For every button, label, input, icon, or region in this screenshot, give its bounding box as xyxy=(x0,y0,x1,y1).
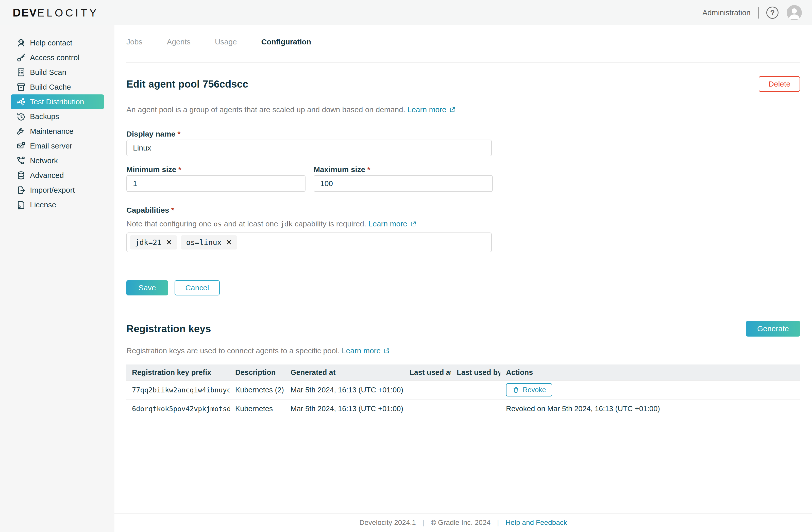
network-nodes-icon xyxy=(16,155,26,166)
footer-copyright: © Gradle Inc. 2024 xyxy=(431,519,491,527)
sidebar-item-label: Build Scan xyxy=(30,68,66,77)
sidebar-item-backups[interactable]: Backups xyxy=(0,109,114,124)
pool-learn-more-link[interactable]: Learn more xyxy=(407,105,456,114)
column-header-last-used-by: Last used by xyxy=(451,368,501,377)
revoked-status-text: Revoked on Mar 5th 2024, 16:13 (UTC +01:… xyxy=(501,405,800,413)
logo-text-bold: DEV xyxy=(13,6,37,19)
delete-button[interactable]: Delete xyxy=(759,76,800,92)
sidebar-item-build-scan[interactable]: Build Scan xyxy=(0,65,114,80)
description-cell: Kubernetes (2) xyxy=(230,386,285,394)
sidebar-item-label: Test Distribution xyxy=(30,98,84,106)
headset-person-icon xyxy=(16,38,26,48)
sidebar-item-label: Access control xyxy=(30,53,79,62)
sidebar-item-license[interactable]: License xyxy=(0,198,114,212)
capabilities-tag-input[interactable]: jdk=21 ✕ os=linux ✕ xyxy=(126,232,492,252)
display-name-input[interactable] xyxy=(126,140,492,156)
table-row: 6dorqtkok5pov42vpkjmotsdcv Kubernetes Ma… xyxy=(126,399,800,418)
remove-tag-icon[interactable]: ✕ xyxy=(166,238,172,246)
actions-cell: Revoke xyxy=(501,383,800,397)
sidebar-item-label: License xyxy=(30,201,56,209)
minimum-size-input[interactable] xyxy=(126,175,305,192)
tab-jobs[interactable]: Jobs xyxy=(126,37,142,47)
develocity-admin-page: DEVELOCITY Administration ? Help contact xyxy=(0,0,812,532)
registration-keys-table: Registration key prefix Description Gene… xyxy=(126,364,800,418)
capabilities-note: Note that configuring one os and at leas… xyxy=(126,219,800,230)
save-button[interactable]: Save xyxy=(126,280,168,296)
sidebar-item-test-distribution[interactable]: Test Distribution xyxy=(11,95,104,109)
page-footer: Develocity 2024.1 | © Gradle Inc. 2024 |… xyxy=(114,514,812,532)
footer-version: Develocity 2024.1 xyxy=(359,519,416,527)
os-code: os xyxy=(214,220,222,228)
remove-tag-icon[interactable]: ✕ xyxy=(226,238,232,246)
required-asterisk: * xyxy=(367,165,370,174)
network-share-icon xyxy=(16,97,26,107)
topbar-right-group: Administration ? xyxy=(702,5,802,20)
sidebar-item-maintenance[interactable]: Maintenance xyxy=(0,124,114,139)
logo-text-light: ELOCITY xyxy=(37,7,99,19)
display-name-label: Display name* xyxy=(126,129,800,139)
required-asterisk: * xyxy=(177,130,180,138)
tab-agents[interactable]: Agents xyxy=(167,37,190,47)
tab-configuration[interactable]: Configuration xyxy=(261,37,311,47)
registration-learn-more-link[interactable]: Learn more xyxy=(342,346,390,355)
registration-keys-description: Registration keys are used to connect ag… xyxy=(126,346,800,357)
size-fields-row: Minimum size* Maximum size* xyxy=(126,156,800,192)
sidebar-item-import-export[interactable]: Import/export xyxy=(0,183,114,198)
sidebar-item-advanced[interactable]: Advanced xyxy=(0,168,114,183)
column-header-last-used-at: Last used at xyxy=(404,368,451,377)
administration-link[interactable]: Administration xyxy=(702,9,751,17)
pool-description: An agent pool is a group of agents that … xyxy=(126,104,800,116)
page-title: Edit agent pool 756cdscc xyxy=(126,76,248,92)
topbar-divider xyxy=(758,7,759,18)
maximum-size-input[interactable] xyxy=(314,175,493,192)
sidebar-item-help-contact[interactable]: Help contact xyxy=(0,35,114,50)
column-header-generated-at: Generated at xyxy=(285,368,404,377)
column-header-description: Description xyxy=(230,368,285,377)
form-actions: Save Cancel xyxy=(126,280,800,296)
admin-sidebar: Help contact Access control Build Scan B… xyxy=(0,25,114,532)
external-link-icon xyxy=(449,105,456,116)
column-header-actions: Actions xyxy=(501,368,800,377)
maximum-size-label: Maximum size* xyxy=(314,165,493,174)
sidebar-item-build-cache[interactable]: Build Cache xyxy=(0,80,114,95)
top-bar: DEVELOCITY Administration ? xyxy=(0,0,812,25)
minimum-size-label: Minimum size* xyxy=(126,165,305,174)
database-icon xyxy=(16,170,26,181)
sidebar-item-email-server[interactable]: Email server xyxy=(0,139,114,153)
sidebar-item-label: Build Cache xyxy=(30,83,71,91)
capabilities-label: Capabilities* xyxy=(126,205,800,215)
revoke-button[interactable]: Revoke xyxy=(506,383,552,397)
jdk-code: jdk xyxy=(280,220,293,228)
generated-at-cell: Mar 5th 2024, 16:13 (UTC +01:00) xyxy=(285,405,404,413)
sidebar-item-access-control[interactable]: Access control xyxy=(0,50,114,65)
main-content: Jobs Agents Usage Configuration Edit age… xyxy=(114,25,812,532)
external-link-icon xyxy=(383,347,390,357)
required-asterisk: * xyxy=(178,165,182,174)
sidebar-item-label: Network xyxy=(30,156,58,165)
user-avatar[interactable] xyxy=(787,5,802,20)
sidebar-item-network[interactable]: Network xyxy=(0,153,114,168)
table-header-row: Registration key prefix Description Gene… xyxy=(126,364,800,380)
column-header-key-prefix: Registration key prefix xyxy=(126,368,230,377)
key-prefix-cell: 6dorqtkok5pov42vpkjmotsdcv xyxy=(126,405,230,413)
generated-at-cell: Mar 5th 2024, 16:13 (UTC +01:00) xyxy=(285,386,404,394)
capabilities-learn-more-link[interactable]: Learn more xyxy=(368,219,417,228)
archive-box-icon xyxy=(16,82,26,92)
list-document-icon xyxy=(16,67,26,78)
registration-keys-title: Registration keys xyxy=(126,321,211,336)
wrench-icon xyxy=(16,126,26,136)
description-cell: Kubernetes xyxy=(230,405,285,413)
key-icon xyxy=(16,52,26,63)
develocity-logo[interactable]: DEVELOCITY xyxy=(13,6,99,19)
help-icon[interactable]: ? xyxy=(766,6,779,19)
pool-tabs: Jobs Agents Usage Configuration xyxy=(126,25,800,63)
trash-icon xyxy=(512,386,520,394)
sidebar-item-label: Maintenance xyxy=(30,127,74,135)
help-and-feedback-link[interactable]: Help and Feedback xyxy=(506,519,567,527)
person-icon xyxy=(787,5,802,20)
sidebar-item-label: Email server xyxy=(30,142,72,150)
tab-usage[interactable]: Usage xyxy=(215,37,237,47)
edit-pool-header: Edit agent pool 756cdscc Delete xyxy=(126,76,800,92)
generate-button[interactable]: Generate xyxy=(746,321,800,336)
cancel-button[interactable]: Cancel xyxy=(175,280,219,296)
